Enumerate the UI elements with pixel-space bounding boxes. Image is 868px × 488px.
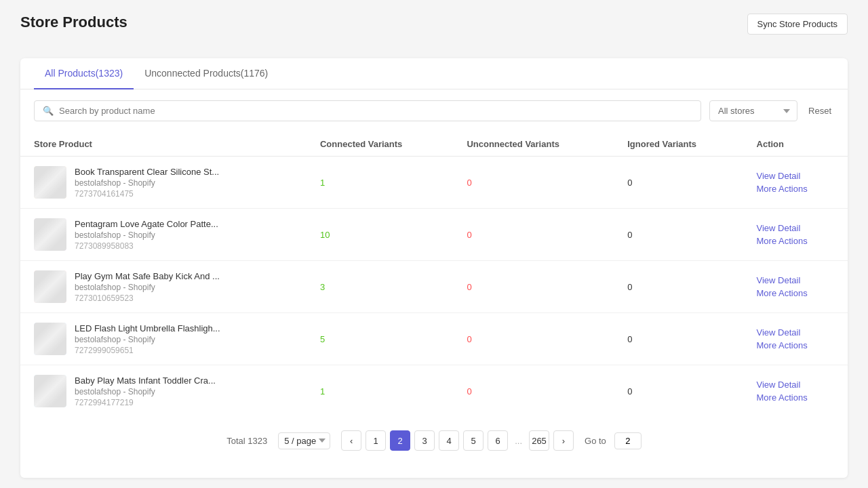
table-row: LED Flash Light Umbrella Flashligh... be… [20, 313, 848, 365]
more-actions-button-1[interactable]: More Actions [757, 184, 808, 194]
unconnected-count-2: 0 [467, 230, 471, 240]
page-265-button[interactable]: 265 [529, 430, 549, 451]
page-5-button[interactable]: 5 [463, 430, 484, 451]
tab-all-products[interactable]: All Products(1323) [34, 58, 134, 89]
table-row: Baby Play Mats Infant Toddler Cra... bes… [20, 365, 848, 418]
pagination: Total 1323 5 / page ‹ 1 2 3 4 5 6 ... 26… [20, 417, 848, 464]
table-row: Pentagram Love Agate Color Patte... best… [20, 209, 848, 261]
product-store-2: bestolafshop - Shopify [75, 230, 218, 240]
action-cell-5: View Detail More Actions [743, 365, 848, 418]
unconnected-variants-2: 0 [453, 209, 614, 261]
product-name-5: Baby Play Mats Infant Toddler Cra... [75, 375, 216, 386]
view-detail-button-1[interactable]: View Detail [757, 171, 801, 181]
action-links-5: View Detail More Actions [757, 380, 834, 403]
search-input[interactable] [59, 106, 692, 116]
table-header: Store Product Connected Variants Unconne… [20, 132, 848, 157]
store-filter-select[interactable]: All stores [709, 100, 797, 121]
action-links-3: View Detail More Actions [757, 275, 834, 298]
prev-page-button[interactable]: ‹ [341, 430, 361, 451]
col-action: Action [743, 132, 848, 157]
product-info-3: Play Gym Mat Safe Baby Kick And ... best… [34, 270, 293, 303]
page-2-button[interactable]: 2 [390, 430, 410, 451]
pagination-total: Total 1323 [226, 436, 267, 446]
more-actions-button-2[interactable]: More Actions [757, 236, 808, 246]
product-details-3: Play Gym Mat Safe Baby Kick And ... best… [75, 271, 220, 303]
table-body: Book Transparent Clear Silicone St... be… [20, 157, 848, 418]
product-info-1: Book Transparent Clear Silicone St... be… [34, 166, 293, 199]
ignored-count-3: 0 [627, 282, 632, 292]
action-cell-1: View Detail More Actions [743, 157, 848, 209]
reset-button[interactable]: Reset [806, 101, 834, 121]
more-actions-button-3[interactable]: More Actions [757, 288, 808, 298]
product-details-4: LED Flash Light Umbrella Flashligh... be… [75, 323, 220, 355]
action-links-2: View Detail More Actions [757, 223, 834, 246]
unconnected-variants-5: 0 [453, 365, 614, 418]
product-store-1: bestolafshop - Shopify [75, 178, 219, 188]
view-detail-button-2[interactable]: View Detail [757, 223, 801, 233]
product-info-2: Pentagram Love Agate Color Patte... best… [34, 218, 293, 251]
product-details-5: Baby Play Mats Infant Toddler Cra... bes… [75, 375, 216, 407]
ignored-count-1: 0 [627, 178, 632, 188]
page-title: Store Products [20, 14, 127, 31]
product-image-2 [34, 218, 66, 251]
page-1-button[interactable]: 1 [366, 430, 386, 451]
product-details-1: Book Transparent Clear Silicone St... be… [75, 167, 219, 199]
unconnected-count-1: 0 [467, 178, 471, 188]
ignored-variants-4: 0 [614, 313, 743, 365]
product-name-2: Pentagram Love Agate Color Patte... [75, 219, 218, 229]
connected-count-1: 1 [320, 178, 325, 188]
connected-variants-3: 3 [307, 261, 453, 313]
tabs-container: All Products(1323) Unconnected Products(… [20, 58, 848, 89]
connected-variants-2: 10 [307, 209, 453, 261]
pagination-ellipsis: ... [512, 436, 525, 446]
unconnected-count-5: 0 [467, 386, 471, 396]
product-image-3 [34, 270, 66, 303]
product-id-2: 7273089958083 [75, 241, 218, 251]
product-cell-5: Baby Play Mats Infant Toddler Cra... bes… [20, 365, 307, 418]
product-info-5: Baby Play Mats Infant Toddler Cra... bes… [34, 375, 293, 407]
more-actions-button-5[interactable]: More Actions [757, 392, 808, 403]
search-box: 🔍 [34, 100, 701, 121]
toolbar: 🔍 All stores Reset [20, 89, 848, 132]
col-ignored-variants: Ignored Variants [614, 132, 743, 157]
product-id-1: 7273704161475 [75, 189, 219, 199]
connected-variants-5: 1 [307, 365, 453, 418]
ignored-variants-5: 0 [614, 365, 743, 418]
unconnected-variants-1: 0 [453, 157, 614, 209]
product-image-5 [34, 375, 66, 407]
tab-unconnected-products[interactable]: Unconnected Products(1176) [134, 58, 279, 89]
view-detail-button-4[interactable]: View Detail [757, 327, 801, 338]
action-links-4: View Detail More Actions [757, 327, 834, 350]
product-id-4: 7272999059651 [75, 346, 220, 355]
ignored-count-2: 0 [627, 230, 632, 240]
next-page-button[interactable]: › [553, 430, 574, 451]
product-store-5: bestolafshop - Shopify [75, 387, 216, 396]
view-detail-button-3[interactable]: View Detail [757, 275, 801, 285]
col-connected-variants: Connected Variants [307, 132, 453, 157]
page-4-button[interactable]: 4 [439, 430, 459, 451]
product-id-3: 7273010659523 [75, 293, 220, 303]
page-3-button[interactable]: 3 [414, 430, 435, 451]
ignored-count-5: 0 [627, 386, 632, 396]
product-info-4: LED Flash Light Umbrella Flashligh... be… [34, 323, 293, 355]
more-actions-button-4[interactable]: More Actions [757, 340, 808, 350]
product-cell-2: Pentagram Love Agate Color Patte... best… [20, 209, 307, 261]
product-name-1: Book Transparent Clear Silicone St... [75, 167, 219, 177]
ignored-count-4: 0 [627, 334, 632, 344]
product-cell-1: Book Transparent Clear Silicone St... be… [20, 157, 307, 209]
table-row: Book Transparent Clear Silicone St... be… [20, 157, 848, 209]
table-row: Play Gym Mat Safe Baby Kick And ... best… [20, 261, 848, 313]
product-id-5: 7272994177219 [75, 398, 216, 407]
products-table: Store Product Connected Variants Unconne… [20, 132, 848, 417]
ignored-variants-2: 0 [614, 209, 743, 261]
col-unconnected-variants: Unconnected Variants [453, 132, 614, 157]
view-detail-button-5[interactable]: View Detail [757, 380, 801, 390]
page-size-select[interactable]: 5 / page [278, 432, 330, 449]
unconnected-count-4: 0 [467, 334, 471, 344]
connected-variants-1: 1 [307, 157, 453, 209]
goto-input[interactable] [614, 432, 642, 449]
unconnected-variants-4: 0 [453, 313, 614, 365]
page-6-button[interactable]: 6 [488, 430, 508, 451]
sync-store-products-button[interactable]: Sync Store Products [747, 14, 848, 35]
connected-count-5: 1 [320, 386, 325, 396]
